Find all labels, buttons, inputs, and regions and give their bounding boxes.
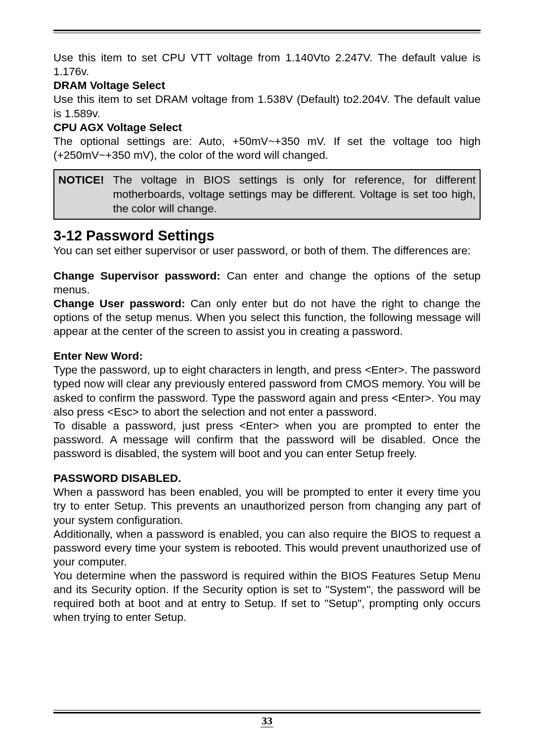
password-disabled-text: When a password has been enabled, you wi… (53, 485, 481, 624)
footer: 33 (53, 698, 481, 727)
change-supervisor-label: Change Supervisor password: (53, 270, 221, 282)
dram-text: Use this item to set DRAM voltage from 1… (53, 93, 481, 120)
change-user-block: Change User password: Can only enter but… (53, 297, 481, 338)
change-user-label: Change User password: (53, 297, 185, 310)
enter-new-word-text: Type the password, up to eight character… (53, 363, 481, 461)
dram-heading: DRAM Voltage Select (53, 79, 481, 93)
notice-label: NOTICE! (58, 173, 104, 216)
agx-heading: CPU AGX Voltage Select (53, 121, 481, 135)
agx-text: The optional settings are: Auto, +50mV~+… (53, 135, 481, 162)
document-page: Use this item to set CPU VTT voltage fro… (0, 0, 534, 625)
cpu-vtt-text: Use this item to set CPU VTT voltage fro… (53, 51, 481, 79)
bottom-divider (53, 710, 481, 713)
notice-box: NOTICE! The voltage in BIOS settings is … (53, 169, 481, 220)
top-divider (53, 30, 481, 33)
page-number: 33 (53, 714, 481, 727)
section-intro: You can set either supervisor or user pa… (53, 244, 481, 258)
change-supervisor-block: Change Supervisor password: Can enter an… (53, 269, 481, 297)
enter-new-word-heading: Enter New Word: (53, 349, 481, 363)
notice-text: The voltage in BIOS settings is only for… (113, 173, 476, 216)
period: . (87, 284, 90, 296)
password-disabled-heading: PASSWORD DISABLED. (53, 472, 481, 485)
section-title: 3-12 Password Settings (53, 228, 481, 244)
